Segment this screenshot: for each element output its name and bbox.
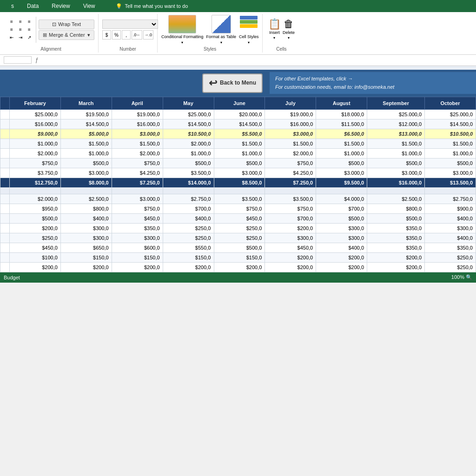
data-cell: $600,0 bbox=[112, 243, 163, 252]
row-index-cell bbox=[0, 223, 10, 233]
percent-btn[interactable]: % bbox=[112, 30, 121, 40]
align-top-right[interactable]: ≡ bbox=[25, 18, 33, 26]
formula-input[interactable] bbox=[40, 57, 472, 63]
gap-cell bbox=[214, 187, 265, 194]
ribbon-group-styles: Conditional Formatting ▾ Format as Table… bbox=[158, 14, 263, 53]
data-cell: $9.000,0 bbox=[10, 129, 61, 139]
data-cell: $1.000,0 bbox=[214, 148, 265, 158]
decrease-decimal[interactable]: .0← bbox=[132, 30, 142, 40]
data-cell: $2.000,0 bbox=[265, 148, 316, 158]
data-cell: $500,0 bbox=[316, 213, 367, 223]
cond-chevron: ▾ bbox=[181, 40, 183, 45]
data-cell: $18.000,0 bbox=[316, 109, 367, 119]
indent-decrease[interactable]: ⇤ bbox=[7, 34, 16, 41]
increase-decimal[interactable]: →.0 bbox=[143, 30, 153, 40]
data-cell: $450,0 bbox=[112, 213, 163, 223]
data-cell: $700,0 bbox=[163, 204, 214, 213]
ribbon-tab-bar: s Data Review View 💡 Tell me what you wa… bbox=[0, 0, 476, 12]
data-cell: $8.500,0 bbox=[214, 178, 265, 187]
data-cell: $250,0 bbox=[425, 252, 476, 262]
align-top-center[interactable]: ≡ bbox=[16, 18, 25, 26]
data-cell: $1.000,0 bbox=[316, 148, 367, 158]
cells-group-label: Cells bbox=[276, 45, 286, 52]
data-cell: $1.500,0 bbox=[112, 139, 163, 148]
gap-cell bbox=[60, 187, 112, 194]
wrap-icon: ⊡ bbox=[52, 21, 56, 27]
col-header-empty bbox=[0, 97, 10, 109]
gap-cell bbox=[425, 187, 476, 194]
number-controls: $ % , .0← →.0 bbox=[102, 15, 153, 45]
wrap-text-button[interactable]: ⊡ Wrap Text bbox=[39, 20, 94, 29]
row-index-cell bbox=[0, 204, 10, 213]
tell-me-input[interactable]: Tell me what you want to do bbox=[125, 3, 188, 9]
table-row: $1.000,0$1.500,0$1.500,0$2.000,0$1.500,0… bbox=[0, 139, 476, 148]
data-cell: $300,0 bbox=[316, 223, 367, 233]
table-chevron: ▾ bbox=[220, 40, 222, 45]
data-cell: $3.000,0 bbox=[316, 168, 367, 178]
data-cell: $3.500,0 bbox=[265, 194, 316, 204]
data-cell: $14.500,0 bbox=[60, 119, 112, 129]
data-cell: $2.750,0 bbox=[163, 194, 214, 204]
indent-increase[interactable]: ⇥ bbox=[16, 34, 25, 41]
data-cell: $200,0 bbox=[367, 252, 425, 262]
data-cell: $1.500,0 bbox=[316, 139, 367, 148]
formula-icon: ƒ bbox=[33, 57, 40, 63]
col-header-jun: June bbox=[214, 97, 265, 109]
currency-btn[interactable]: $ bbox=[102, 30, 111, 40]
data-cell: $200,0 bbox=[316, 252, 367, 262]
table-row: $250,0$300,0$300,0$250,0$250,0$300,0$300… bbox=[0, 233, 476, 243]
data-cell: $750,0 bbox=[214, 204, 265, 213]
data-cell: $400,0 bbox=[163, 213, 214, 223]
tab-review[interactable]: Review bbox=[45, 0, 76, 12]
row-index-cell bbox=[0, 139, 10, 148]
table-row: $950,0$800,0$750,0$700,0$750,0$750,0$700… bbox=[0, 204, 476, 213]
data-cell: $450,0 bbox=[214, 213, 265, 223]
data-cell: $400,0 bbox=[425, 213, 476, 223]
data-cell: $200,0 bbox=[214, 262, 265, 272]
data-cell: $200,0 bbox=[112, 262, 163, 272]
data-cell: $550,0 bbox=[163, 243, 214, 252]
data-cell: $25.000,0 bbox=[163, 109, 214, 119]
data-cell: $350,0 bbox=[367, 243, 425, 252]
tab-view[interactable]: View bbox=[77, 0, 102, 12]
data-cell: $13.500,0 bbox=[425, 178, 476, 187]
merge-center-button[interactable]: ⊞ Merge & Center ▾ bbox=[39, 30, 94, 40]
cell-reference-box[interactable] bbox=[4, 56, 32, 64]
data-cell: $16.000,0 bbox=[112, 119, 163, 129]
col-header-aug: August bbox=[316, 97, 367, 109]
styles-controls: Conditional Formatting ▾ Format as Table… bbox=[161, 15, 258, 45]
status-bar: Budget 100% 🔍 bbox=[0, 272, 476, 283]
comma-btn[interactable]: , bbox=[122, 30, 131, 40]
align-top-left[interactable]: ≡ bbox=[7, 18, 16, 26]
data-cell: $3.000,0 bbox=[425, 168, 476, 178]
data-cell: $200,0 bbox=[265, 262, 316, 272]
tab-s[interactable]: s bbox=[5, 0, 20, 12]
row-index-cell bbox=[0, 252, 10, 262]
data-cell: $150,0 bbox=[60, 252, 112, 262]
row-index-cell bbox=[0, 194, 10, 204]
tab-data[interactable]: Data bbox=[20, 0, 45, 12]
data-cell: $16.000,0 bbox=[367, 178, 425, 187]
data-cell: $2.000,0 bbox=[112, 148, 163, 158]
back-to-menu-button[interactable]: ↩ Back to Menu bbox=[202, 73, 263, 93]
data-cell: $300,0 bbox=[265, 233, 316, 243]
align-middle-center[interactable]: ≡ bbox=[16, 26, 25, 33]
align-middle-right[interactable]: ≡ bbox=[25, 26, 33, 33]
text-direction[interactable]: ↗ bbox=[25, 34, 33, 41]
data-cell: $200,0 bbox=[316, 262, 367, 272]
data-cell: $500,0 bbox=[10, 213, 61, 223]
data-cell: $200,0 bbox=[265, 223, 316, 233]
data-cell: $6.500,0 bbox=[316, 129, 367, 139]
align-middle-left[interactable]: ≡ bbox=[7, 26, 16, 33]
data-cell: $300,0 bbox=[112, 233, 163, 243]
number-format-dropdown[interactable] bbox=[102, 20, 158, 29]
data-cell: $250,0 bbox=[163, 233, 214, 243]
ribbon-group-number: $ % , .0← →.0 Number bbox=[99, 14, 158, 53]
data-cell: $350,0 bbox=[367, 223, 425, 233]
data-cell: $1.000,0 bbox=[10, 139, 61, 148]
data-cell: $400,0 bbox=[316, 243, 367, 252]
spreadsheet-area: ↩ Back to Menu For other Excel templates… bbox=[0, 70, 476, 272]
data-cell: $2.750,0 bbox=[425, 194, 476, 204]
data-cell: $2.000,0 bbox=[163, 139, 214, 148]
back-btn-container: ↩ Back to Menu bbox=[195, 73, 270, 93]
